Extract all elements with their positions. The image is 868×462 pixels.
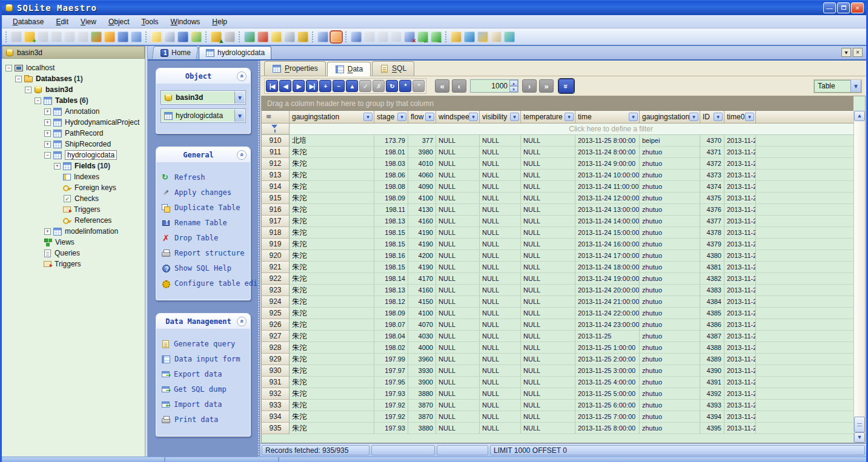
- cell-time[interactable]: 2013-11-24 23:00:00: [575, 319, 640, 330]
- row-number-cell[interactable]: 933: [262, 400, 290, 411]
- table-row[interactable]: 933朱沱197.923870NULLNULLNULL2013-11-25 6:…: [262, 400, 853, 411]
- cell-gaugingstation_E[interactable]: zhutuo: [640, 365, 700, 376]
- cell-time[interactable]: 2013-11-25: [575, 331, 640, 342]
- cell-flow[interactable]: 3880: [408, 423, 436, 434]
- object-dropdown[interactable]: basin3d▼: [161, 91, 245, 104]
- user-icon[interactable]: [477, 31, 488, 42]
- menu-database[interactable]: Database: [7, 16, 50, 27]
- cell-ID[interactable]: 4383: [700, 285, 724, 295]
- cell-time[interactable]: 2013-11-25 6:00:00: [575, 400, 640, 411]
- cell-flow[interactable]: 4000: [408, 342, 436, 353]
- cell-flow[interactable]: 4100: [408, 308, 436, 318]
- row-number-cell[interactable]: 929: [262, 354, 290, 365]
- cell-windspeed[interactable]: NULL: [436, 331, 480, 342]
- cell-time[interactable]: 2013-11-24 10:00:00: [575, 170, 640, 180]
- table-row[interactable]: 917朱沱198.134160NULLNULLNULL2013-11-24 14…: [262, 216, 853, 227]
- cell-ID[interactable]: 4377: [700, 216, 724, 226]
- column-header-gaugingstation_E[interactable]: gaugingstation_E▾: [640, 111, 700, 123]
- cell-flow[interactable]: 3960: [408, 354, 436, 365]
- cell-stage[interactable]: 198.14: [374, 273, 408, 284]
- cell-visibility[interactable]: NULL: [480, 400, 521, 411]
- table-row[interactable]: 923朱沱198.134160NULLNULLNULL2013-11-24 20…: [262, 285, 853, 296]
- menu-object[interactable]: Object: [102, 16, 136, 27]
- anchor-icon[interactable]: [297, 31, 308, 42]
- row-number-cell[interactable]: 910: [262, 135, 290, 147]
- cell-gaugingstation_E[interactable]: zhutuo: [640, 204, 700, 215]
- cell-ID[interactable]: 4384: [700, 296, 724, 307]
- table-row[interactable]: 920朱沱198.164200NULLNULLNULL2013-11-24 17…: [262, 250, 853, 262]
- new-window-icon[interactable]: [351, 31, 362, 42]
- cell-visibility[interactable]: NULL: [480, 308, 521, 318]
- back-icon[interactable]: ←: [417, 31, 428, 42]
- cell-ID[interactable]: 4392: [700, 388, 724, 399]
- edit-record-button[interactable]: ▲: [346, 80, 358, 92]
- cell-stage[interactable]: 198.07: [374, 319, 408, 330]
- cell-time01[interactable]: 2013-11-2: [724, 319, 756, 330]
- cell-flow[interactable]: 4060: [408, 170, 436, 180]
- document-icon[interactable]: [151, 31, 162, 42]
- cell-windspeed[interactable]: NULL: [436, 319, 480, 330]
- table-row[interactable]: 935朱沱197.933880NULLNULLNULL2013-11-25 8:…: [262, 423, 853, 434]
- action-get-sql-dump[interactable]: Get SQL dump: [161, 384, 245, 394]
- cell-visibility[interactable]: NULL: [480, 354, 521, 365]
- cell-time[interactable]: 2013-11-24 19:00:00: [575, 273, 640, 284]
- cell-time[interactable]: 2013-11-24 13:00:00: [575, 204, 640, 215]
- cell-gaugingstation_E[interactable]: zhutuo: [640, 285, 700, 295]
- cell-windspeed[interactable]: NULL: [436, 135, 480, 146]
- menu-tools[interactable]: Tools: [136, 16, 165, 27]
- cell-ID[interactable]: 4390: [700, 365, 724, 376]
- tree-expander[interactable]: −: [25, 87, 31, 93]
- cell-gaugingstation[interactable]: 朱沱: [290, 227, 374, 238]
- cell-time[interactable]: 2013-11-25 7:00:00: [575, 411, 640, 422]
- cell-visibility[interactable]: NULL: [480, 331, 521, 342]
- cell-gaugingstation_E[interactable]: zhutuo: [640, 158, 700, 169]
- cell-stage[interactable]: 198.15: [374, 239, 408, 249]
- tree-expander[interactable]: +: [44, 228, 51, 235]
- cell-stage[interactable]: 198.12: [374, 296, 408, 307]
- cell-temperature[interactable]: NULL: [521, 400, 575, 411]
- cell-visibility[interactable]: NULL: [480, 411, 521, 422]
- cell-time[interactable]: 2013-11-24 15:00:00: [575, 227, 640, 238]
- cell-temperature[interactable]: NULL: [521, 135, 575, 146]
- cell-time01[interactable]: 2013-11-2: [724, 365, 756, 376]
- home-icon[interactable]: [451, 31, 462, 42]
- action-drop-table[interactable]: Drop Table: [161, 233, 245, 243]
- action-print-data[interactable]: Print data: [161, 415, 245, 424]
- table-row[interactable]: 931朱沱197.953900NULLNULLNULL2013-11-25 4:…: [262, 377, 853, 388]
- cell-gaugingstation_E[interactable]: zhutuo: [640, 181, 700, 192]
- minimize-button[interactable]: —: [823, 2, 836, 13]
- cell-time[interactable]: 2013-11-24 16:00:00: [575, 239, 640, 249]
- cube-icon[interactable]: [271, 31, 282, 42]
- table-row[interactable]: 915朱沱198.094100NULLNULLNULL2013-11-24 12…: [262, 193, 853, 204]
- cell-time01[interactable]: 2013-11-2: [724, 388, 756, 399]
- cell-temperature[interactable]: NULL: [521, 354, 575, 365]
- cell-stage[interactable]: 198.15: [374, 227, 408, 238]
- tree-item-references[interactable]: References: [2, 215, 145, 226]
- tree-expander[interactable]: +: [44, 130, 51, 137]
- cell-stage[interactable]: 197.92: [374, 411, 408, 422]
- row-number-cell[interactable]: 914: [262, 181, 290, 193]
- cell-gaugingstation[interactable]: 朱沱: [290, 273, 374, 284]
- tree-item-triggers[interactable]: Triggers: [2, 204, 145, 215]
- calculator-icon[interactable]: [284, 31, 295, 42]
- table-row[interactable]: 918朱沱198.154190NULLNULLNULL2013-11-24 15…: [262, 227, 853, 239]
- cell-gaugingstation_E[interactable]: zhutuo: [640, 250, 700, 261]
- row-number-cell[interactable]: 935: [262, 423, 290, 434]
- cell-windspeed[interactable]: NULL: [436, 285, 480, 295]
- tree-item-views[interactable]: Views: [2, 237, 145, 248]
- cell-time01[interactable]: 2013-11-2: [724, 262, 756, 272]
- prior-record-button[interactable]: ◀: [279, 80, 291, 92]
- cell-time[interactable]: 2013-11-25 8:00:00: [575, 135, 640, 146]
- next-page-button[interactable]: ›: [522, 79, 537, 93]
- column-filter-chevron-icon[interactable]: ▾: [469, 113, 478, 121]
- column-header-stage[interactable]: stage▾: [374, 111, 408, 123]
- web-icon[interactable]: [464, 31, 475, 42]
- delete-record-button[interactable]: −: [333, 80, 345, 92]
- cell-visibility[interactable]: NULL: [480, 423, 521, 434]
- cell-gaugingstation_E[interactable]: zhutuo: [640, 239, 700, 249]
- toolbar-drag-handle[interactable]: [445, 31, 448, 43]
- tab-list-dropdown-button[interactable]: ▾: [841, 48, 851, 57]
- cell-stage[interactable]: 198.09: [374, 308, 408, 318]
- cell-visibility[interactable]: NULL: [480, 239, 521, 249]
- action-export-data[interactable]: Export data: [161, 369, 245, 379]
